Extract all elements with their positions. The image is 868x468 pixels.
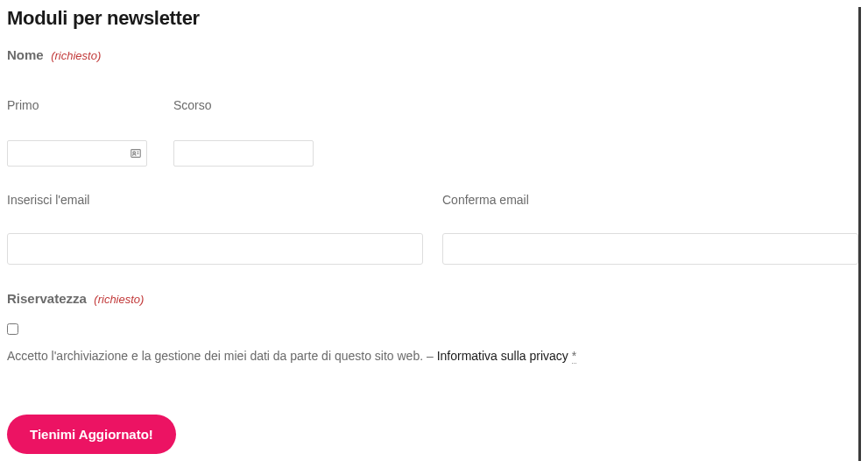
consent-text: Accetto l'archiviazione e la gestione de… bbox=[7, 349, 427, 363]
enter-email-col: Inserisci l'email bbox=[7, 193, 423, 265]
dash: – bbox=[427, 349, 437, 363]
first-name-label: Primo bbox=[7, 98, 173, 112]
first-name-input[interactable] bbox=[7, 140, 147, 167]
last-name-col: Scorso bbox=[173, 98, 314, 167]
privacy-required: (richiesto) bbox=[94, 293, 144, 306]
privacy-label: Riservatezza bbox=[7, 291, 87, 306]
email-row: Inserisci l'email Conferma email bbox=[7, 193, 858, 265]
privacy-label-row: Riservatezza (richiesto) bbox=[7, 291, 858, 307]
form-heading: Moduli per newsletter bbox=[7, 7, 858, 30]
submit-button[interactable]: Tienimi Aggiornato! bbox=[7, 415, 176, 454]
enter-email-input[interactable] bbox=[7, 233, 423, 265]
privacy-checkbox-row bbox=[7, 323, 858, 338]
last-name-input[interactable] bbox=[173, 140, 314, 167]
name-subrow: Primo Scorso bbox=[7, 98, 858, 167]
submit-wrap: Tienimi Aggiornato! bbox=[7, 415, 176, 454]
confirm-email-label: Conferma email bbox=[442, 193, 858, 207]
consent-text-row: Accetto l'archiviazione e la gestione de… bbox=[7, 347, 858, 365]
confirm-email-col: Conferma email bbox=[442, 193, 858, 265]
name-required: (richiesto) bbox=[51, 49, 101, 62]
confirm-email-input[interactable] bbox=[442, 233, 858, 265]
name-label: Nome bbox=[7, 47, 44, 62]
asterisk: * bbox=[572, 349, 576, 364]
enter-email-label: Inserisci l'email bbox=[7, 193, 423, 207]
last-name-label: Scorso bbox=[173, 98, 314, 112]
name-field-label-row: Nome (richiesto) bbox=[7, 47, 858, 63]
privacy-checkbox[interactable] bbox=[7, 323, 18, 335]
privacy-link[interactable]: Informativa sulla privacy bbox=[437, 349, 568, 363]
privacy-section: Riservatezza (richiesto) Accetto l'archi… bbox=[7, 291, 858, 365]
first-name-col: Primo bbox=[7, 98, 173, 167]
